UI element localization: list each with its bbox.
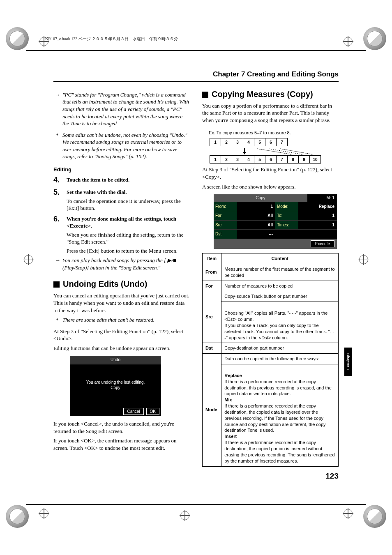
table-row: FromMeasure number of the first measure … [203, 264, 339, 281]
chapter-rule [53, 81, 339, 82]
copy-arrows-svg [210, 147, 329, 156]
bar-cell: 1 [210, 138, 221, 146]
step-head: When you're done making all the settings… [67, 215, 190, 230]
paragraph: At Step 3 of "Selecting the Editing Func… [53, 328, 190, 342]
page-number: 123 [53, 471, 339, 481]
field-label: Times: [275, 221, 298, 230]
header-text: KR107_e.book 123 ページ ２００５年８月３日 水曜日 午前９時３… [45, 36, 178, 42]
note-undo-save: Some edits can't be undone, not even by … [53, 131, 190, 160]
registration-mark [359, 255, 368, 264]
bars-figure: 1234567 12345678910 [210, 138, 339, 164]
table-row: SrcCopy-source Track button or part numb… [203, 291, 339, 343]
right-column: Copying Measures (Copy) You can copy a p… [202, 89, 339, 467]
copy-dialog-title: Copy [214, 194, 307, 202]
paragraph: At Step 3 of "Selecting the Editing Func… [202, 166, 339, 180]
bar-cell: 1 [210, 155, 221, 164]
crop-ornament [363, 27, 386, 50]
crop-ornament [363, 505, 386, 528]
print-header-strip: KR107_e.book 123 ページ ２００５年８月３日 水曜日 午前９時３… [45, 36, 347, 42]
cell-item: From [203, 264, 221, 281]
undo-heading: Undoing Edits (Undo) [53, 279, 190, 290]
cell-item: Dst [203, 343, 221, 354]
step-body-text: To cancel the operation once it is under… [67, 198, 190, 212]
field-value[interactable]: 1 [237, 202, 275, 211]
step-num: 6. [53, 215, 62, 255]
note-restore: There are some edits that can't be resto… [53, 316, 190, 324]
field-value[interactable]: 1 [298, 211, 337, 220]
ok-button[interactable]: OK [146, 408, 159, 415]
step-4: 4. Touch the item to be edited. [53, 176, 190, 185]
th-item: Item [203, 253, 221, 264]
copy-dialog-row: Dst:--- [214, 229, 337, 239]
bar-cell: 6 [265, 155, 276, 164]
registration-mark [24, 255, 33, 264]
th-content: Content [221, 253, 339, 264]
field-label: Src: [214, 221, 237, 230]
bar-cell: 5 [254, 138, 265, 146]
bars-row-top: 1234567 [210, 138, 339, 146]
undo-dialog-message: You are undoing the last editing. Copy [70, 380, 161, 390]
undo-dialog-figure: Undo You are undoing the last editing. C… [70, 356, 161, 416]
cell-content: Number of measures to be copied [221, 281, 339, 291]
step-5: 5. Set the value with the dial. To cance… [53, 189, 190, 212]
left-column: "PC" stands for "Program Change," which … [53, 89, 190, 467]
cancel-button[interactable]: Cancel [123, 408, 143, 415]
copy-params-table: Item Content FromMeasure number of the f… [202, 253, 339, 466]
cell-item: For [203, 281, 221, 291]
chapter-title: Chapter 7 Creating and Editing Songs [53, 70, 339, 79]
editing-heading: Editing [53, 166, 190, 173]
paragraph: You can cancel an editing operation that… [53, 292, 190, 314]
bar-cell: 8 [287, 155, 298, 164]
step-body-text: When you are finished editing the settin… [67, 231, 190, 246]
note-play: You can play back edited songs by pressi… [53, 257, 190, 271]
bar-cell: 10 [309, 155, 321, 164]
field-label: From: [214, 202, 237, 211]
bar-cell: 2 [221, 155, 232, 164]
copy-dialog-measure: M: 1 [307, 194, 337, 202]
columns: "PC" stands for "Program Change," which … [53, 89, 339, 467]
field-value[interactable]: --- [237, 230, 275, 239]
bar-cell: 3 [232, 138, 243, 146]
copy-dialog-rows: From:1Mode:ReplaceFor:AllTo:1Src:AllTime… [214, 202, 337, 239]
copy-dialog-figure: Copy M: 1 From:1Mode:ReplaceFor:AllTo:1S… [214, 194, 337, 249]
field-value[interactable]: 1 [298, 221, 337, 230]
bar-cell: 7 [276, 155, 287, 164]
field-label: Dst: [214, 230, 237, 239]
cell-content: Copy-destination part number [221, 343, 339, 354]
field-value[interactable]: Replace [298, 202, 337, 211]
page: KR107_e.book 123 ページ ２００５年８月３日 水曜日 午前９時３… [0, 0, 392, 555]
bar-cell: 4 [243, 155, 254, 164]
step-num: 5. [53, 189, 62, 212]
registration-mark [39, 509, 48, 518]
copy-dialog-row: For:AllTo:1 [214, 211, 337, 220]
step-num: 4. [53, 176, 62, 185]
note-pc: "PC" stands for "Program Change," which … [53, 91, 190, 127]
registration-mark [344, 509, 353, 518]
chapter-side-tab: Chapter 7 [344, 348, 352, 376]
copy-heading: Copying Measures (Copy) [202, 89, 339, 100]
paragraph: A screen like the one shown below appear… [202, 183, 339, 191]
copy-dialog-row: Src:AllTimes:1 [214, 220, 337, 230]
execute-button[interactable]: Execute [311, 240, 334, 248]
field-label: To: [275, 211, 298, 220]
bars-row-bottom: 12345678910 [210, 155, 339, 164]
undo-dialog-buttons: Cancel OK [123, 408, 159, 415]
field-value[interactable]: All [237, 211, 275, 220]
bar-cell: 9 [298, 155, 309, 164]
undo-dialog-title: Undo [70, 356, 161, 364]
crop-band [26, 504, 366, 505]
cell-item: Src [203, 291, 221, 343]
field-label: For: [214, 211, 237, 220]
table-row: ModeData can be copied in the following … [203, 354, 339, 466]
table-row: DstCopy-destination part number [203, 343, 339, 354]
step-6: 6. When you're done making all the setti… [53, 215, 190, 255]
paragraph: If you touch <Cancel>, the undo is cance… [53, 420, 190, 435]
step-body-text: Press the [Exit] button to return to the… [67, 247, 190, 255]
step-head: Set the value with the dial. [67, 189, 190, 196]
step-head: Touch the item to be edited. [67, 176, 190, 184]
paragraph: You can copy a portion of a performance … [202, 102, 339, 124]
field-value[interactable]: All [237, 221, 275, 230]
copy-dialog-row: From:1Mode:Replace [214, 202, 337, 211]
registration-mark [180, 511, 189, 520]
paragraph: If you touch <OK>, the confirmation mess… [53, 437, 190, 451]
